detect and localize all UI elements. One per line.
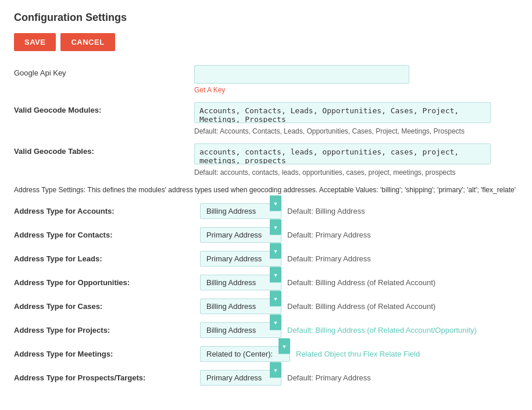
address-type-select-wrapper-4: Billing Address [200, 298, 281, 314]
address-type-row-4: Address Type for Cases:Billing AddressDe… [14, 298, 518, 314]
valid-geocode-tables-default: Default: accounts, contacts, leads, oppo… [194, 168, 518, 177]
address-type-row-6: Address Type for Meetings:Related to (Ce… [14, 346, 518, 362]
address-type-select-4[interactable]: Billing Address [200, 298, 281, 314]
google-api-key-row: Google Api Key Get A Key [14, 65, 518, 94]
address-type-row-0: Address Type for Accounts:Billing Addres… [14, 203, 518, 219]
address-type-label-7: Address Type for Prospects/Targets: [14, 373, 194, 382]
form-section: Google Api Key Get A Key Valid Geocode M… [14, 65, 518, 386]
address-type-select-3[interactable]: Billing Address [200, 275, 281, 290]
valid-geocode-modules-row: Valid Geocode Modules: Default: Accounts… [14, 102, 518, 135]
address-type-label-4: Address Type for Cases: [14, 302, 194, 311]
address-type-select-0[interactable]: Billing Address [200, 203, 281, 219]
address-type-row-2: Address Type for Leads:Primary AddressDe… [14, 251, 518, 267]
address-type-label-1: Address Type for Contacts: [14, 231, 194, 239]
address-type-row-3: Address Type for Opportunities:Billing A… [14, 275, 518, 290]
address-type-default-2: Default: Primary Address [287, 254, 371, 263]
address-type-select-6[interactable]: Related to (Center): [200, 346, 290, 362]
address-type-default-6: Related Object thru Flex Relate Field [296, 350, 420, 358]
address-type-select-5[interactable]: Billing Address [200, 322, 281, 338]
valid-geocode-modules-input[interactable] [194, 102, 491, 123]
address-type-row-1: Address Type for Contacts:Primary Addres… [14, 227, 518, 243]
address-type-default-0: Default: Billing Address [287, 207, 365, 215]
address-type-default-1: Default: Primary Address [287, 231, 371, 239]
address-type-row-5: Address Type for Projects:Billing Addres… [14, 322, 518, 338]
address-type-default-4: Default: Billing Address (of Related Acc… [287, 302, 435, 311]
valid-geocode-modules-label: Valid Geocode Modules: [14, 102, 194, 114]
address-type-label-2: Address Type for Leads: [14, 254, 194, 263]
valid-geocode-tables-content: Default: accounts, contacts, leads, oppo… [194, 143, 518, 177]
address-type-row-7: Address Type for Prospects/Targets:Prima… [14, 370, 518, 386]
save-button[interactable]: SAVE [14, 33, 56, 51]
page-container: Configuration Settings SAVE CANCEL Googl… [0, 0, 532, 410]
page-title: Configuration Settings [14, 12, 518, 24]
valid-geocode-tables-row: Valid Geocode Tables: Default: accounts,… [14, 143, 518, 177]
address-type-label-3: Address Type for Opportunities: [14, 278, 194, 287]
address-type-default-7: Default: Primary Address [287, 373, 371, 382]
google-api-key-content: Get A Key [194, 65, 518, 94]
address-types-container: Address Type for Accounts:Billing Addres… [14, 203, 518, 386]
address-type-label-6: Address Type for Meetings: [14, 350, 194, 358]
address-type-select-wrapper-3: Billing Address [200, 275, 281, 290]
address-type-select-wrapper-2: Primary Address [200, 251, 281, 267]
valid-geocode-modules-default: Default: Accounts, Contacts, Leads, Oppo… [194, 127, 518, 135]
address-type-select-wrapper-6: Related to (Center): [200, 346, 290, 362]
toolbar: SAVE CANCEL [14, 33, 518, 51]
address-type-select-wrapper-5: Billing Address [200, 322, 281, 338]
valid-geocode-modules-content: Default: Accounts, Contacts, Leads, Oppo… [194, 102, 518, 135]
address-type-select-wrapper-7: Primary Address [200, 370, 281, 386]
get-a-key-link[interactable]: Get A Key [194, 86, 518, 94]
address-type-select-1[interactable]: Primary Address [200, 227, 281, 243]
valid-geocode-tables-input[interactable] [194, 143, 491, 164]
address-type-label-0: Address Type for Accounts: [14, 207, 194, 215]
cancel-button[interactable]: CANCEL [60, 33, 115, 51]
address-type-select-2[interactable]: Primary Address [200, 251, 281, 267]
address-type-default-3: Default: Billing Address (of Related Acc… [287, 278, 435, 287]
google-api-key-label: Google Api Key [14, 65, 194, 77]
google-api-key-input[interactable] [194, 65, 409, 84]
address-type-default-5: Default: Billing Address (of Related Acc… [287, 326, 477, 335]
address-type-select-wrapper-0: Billing Address [200, 203, 281, 219]
address-type-info: Address Type Settings: This defines the … [14, 185, 518, 195]
address-type-select-wrapper-1: Primary Address [200, 227, 281, 243]
valid-geocode-tables-label: Valid Geocode Tables: [14, 143, 194, 156]
address-type-label-5: Address Type for Projects: [14, 326, 194, 335]
address-type-select-7[interactable]: Primary Address [200, 370, 281, 386]
